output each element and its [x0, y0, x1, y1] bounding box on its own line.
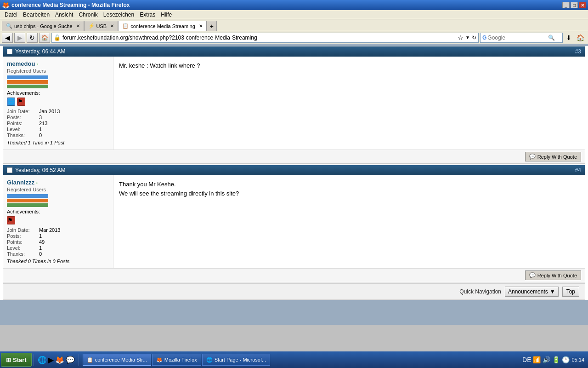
post-3-timestamp: Yesterday, 06:44 AM — [15, 48, 65, 55]
menu-hilfe[interactable]: Hilfe — [158, 11, 175, 19]
post-3-body: memedou ◦ Registered Users Achievements:… — [3, 57, 585, 150]
firefox-icon: 🦊 — [2, 1, 10, 9]
tab-2-icon: ⚡ — [88, 23, 95, 29]
tab-1-label: usb chips - Google-Suche — [14, 23, 73, 29]
tab-3-close[interactable]: ✕ — [199, 23, 203, 29]
task-startpage[interactable]: 🌐 Start Page - Microsof... — [202, 354, 270, 366]
search-input[interactable] — [487, 34, 547, 41]
post-4-text-1: Thank you Mr Keshe. — [119, 180, 579, 189]
quick-nav-chevron-icon: ▼ — [550, 288, 555, 295]
post-3-rep-bar-blue — [7, 75, 48, 79]
home-button[interactable]: 🏠 — [39, 33, 50, 43]
start-button[interactable]: ⊞ Start — [1, 353, 32, 367]
post-4-rep-bars — [7, 194, 109, 207]
reply-quote-icon: 💬 — [529, 154, 536, 160]
taskbar-separator — [34, 354, 34, 366]
menu-chronik[interactable]: Chronik — [76, 11, 100, 19]
post-3-username[interactable]: memedou — [7, 60, 35, 67]
firefox-taskbar-icon[interactable]: 🦊 — [55, 356, 64, 364]
tab-2[interactable]: ⚡ USB ✕ — [84, 21, 119, 31]
tab-3[interactable]: 📋 conference Media Streaming ✕ — [118, 21, 207, 31]
refresh-icon[interactable]: ↻ — [472, 34, 476, 41]
bookmark-star-icon[interactable]: ☆ — [458, 34, 464, 41]
post-3-points-label: Points: — [7, 121, 39, 126]
back-button[interactable]: ◀ — [2, 33, 13, 43]
maximize-button[interactable]: □ — [571, 2, 578, 8]
reload-button[interactable]: ↻ — [27, 33, 38, 43]
address-input[interactable] — [62, 34, 456, 41]
task-conference[interactable]: 📋 conference Media Str... — [83, 354, 151, 366]
quick-nav-dropdown[interactable]: Announcements ▼ — [505, 287, 559, 297]
post-3-reply-button[interactable]: 💬 Reply With Quote — [525, 152, 581, 161]
tab-bar: 🔍 usb chips - Google-Suche ✕ ⚡ USB ✕ 📋 c… — [0, 19, 588, 31]
post-4-joindate-value: Mar 2013 — [39, 227, 60, 233]
post-4-number: #4 — [575, 167, 581, 173]
ie-icon[interactable]: 🌐 — [38, 356, 47, 364]
post-3-stats: Join Date:Jan 2013 Posts:3 Points:213 Le… — [7, 109, 109, 145]
home-icon[interactable]: 🏠 — [575, 34, 586, 41]
post-4-rank: Registered Users — [7, 187, 109, 192]
new-tab-button[interactable]: + — [207, 21, 217, 31]
nav-bar: ◀ ▶ ↻ 🏠 🔓 ☆ ▼ ↻ G 🔍 ⬇ 🏠 — [0, 31, 588, 44]
taskbar-quick-launch: 🌐 ▶ 🦊 💬 — [36, 356, 77, 364]
window-title: conference Media Streaming - Mozilla Fir… — [11, 2, 562, 8]
top-button[interactable]: Top — [562, 287, 579, 297]
post-4-rep-bar-green — [7, 203, 48, 207]
tab-2-close[interactable]: ✕ — [110, 23, 114, 29]
post-3-joindate-label: Join Date: — [7, 109, 39, 114]
post-4-timestamp: Yesterday, 06:52 AM — [15, 167, 65, 173]
minimize-button[interactable]: _ — [562, 2, 570, 8]
forward-button[interactable]: ▶ — [14, 33, 25, 43]
post-3-thanks-label: Thanks: — [7, 132, 39, 138]
post-4-points-value: 49 — [39, 239, 45, 245]
post-4-icon — [7, 167, 12, 173]
post-4-sidebar: Giannizzz ◦ Registered Users Achievement… — [3, 175, 113, 268]
address-dropdown-icon[interactable]: ▼ — [465, 35, 470, 40]
windows-logo-icon: ⊞ — [6, 356, 11, 363]
post-4-reply-quote-icon: 💬 — [529, 272, 536, 278]
post-4: Yesterday, 06:52 AM #4 Giannizzz ◦ Regis… — [3, 165, 585, 282]
task-firefox[interactable]: 🦊 Mozilla Firefox — [152, 354, 201, 366]
post-3-achievement-1: 🌐 — [7, 98, 15, 106]
search-submit-icon[interactable]: 🔍 — [548, 34, 555, 41]
media-icon[interactable]: ▶ — [48, 356, 54, 364]
post-4-username[interactable]: Giannizzz — [7, 179, 34, 186]
post-3-reply-label: Reply With Quote — [537, 154, 577, 160]
messenger-icon[interactable]: 💬 — [66, 356, 75, 364]
post-4-level-value: 1 — [39, 245, 42, 251]
post-4-rep-bar-orange — [7, 199, 48, 202]
post-3-icon — [7, 49, 12, 54]
post-4-text-2: We will see the streaming directly in th… — [119, 189, 579, 198]
quick-nav-selected: Announcements — [508, 288, 548, 295]
post-3-level-label: Level: — [7, 126, 39, 132]
tab-1[interactable]: 🔍 usb chips - Google-Suche ✕ — [2, 21, 84, 31]
menu-lesezeichen[interactable]: Lesezeichen — [101, 11, 137, 19]
task-2-icon: 🦊 — [156, 357, 163, 363]
menu-extras[interactable]: Extras — [137, 11, 158, 19]
post-3-content: Mr. keshe : Watch link where ? — [113, 57, 585, 150]
post-3-thanked: Thanked 1 Time in 1 Post — [7, 140, 109, 145]
close-button[interactable]: ✕ — [579, 2, 586, 8]
download-button[interactable]: ⬇ — [564, 34, 573, 41]
post-4-online-indicator: ◦ — [36, 180, 38, 185]
start-label: Start — [13, 356, 27, 363]
post-4-reply-button[interactable]: 💬 Reply With Quote — [525, 270, 581, 280]
quick-nav-bar: Quick Navigation Announcements ▼ Top — [3, 283, 585, 300]
tab-1-icon: 🔍 — [6, 23, 12, 29]
menu-ansicht[interactable]: Ansicht — [52, 11, 76, 19]
menu-datei[interactable]: Datei — [2, 11, 20, 19]
post-3-rep-bar-green — [7, 85, 48, 88]
post-4-points-label: Points: — [7, 239, 39, 245]
search-bar[interactable]: G 🔍 — [480, 33, 563, 43]
menu-bearbeiten[interactable]: Bearbeiten — [20, 11, 52, 19]
tab-1-close[interactable]: ✕ — [76, 23, 80, 29]
post-4-achievements-label: Achievements: — [7, 209, 109, 214]
content-area[interactable]: Yesterday, 06:44 AM #3 memedou ◦ Registe… — [0, 44, 588, 325]
post-4-reply-label: Reply With Quote — [537, 273, 577, 278]
post-4-achievement-1: ⚑ — [7, 216, 15, 224]
post-3-number: #3 — [575, 48, 581, 55]
window-controls: _ □ ✕ — [562, 2, 586, 8]
post-4-thanks-value: 0 — [39, 251, 42, 257]
tray-network-icon: 📶 — [533, 356, 541, 363]
address-bar[interactable]: 🔓 ☆ ▼ ↻ — [51, 33, 479, 43]
